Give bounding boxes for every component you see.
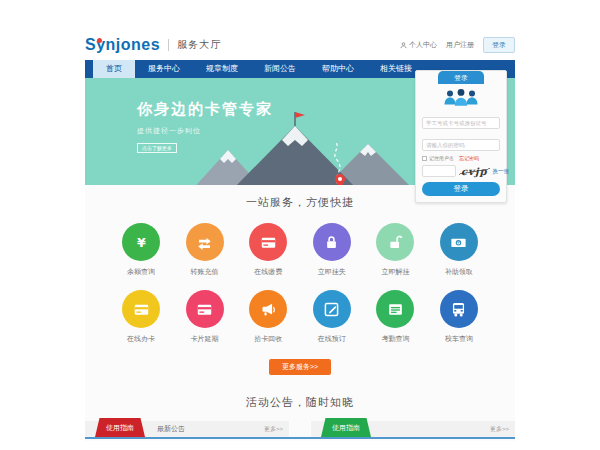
service-item-拾卡回收[interactable]: 拾卡回收 bbox=[242, 290, 294, 344]
service-label: 考勤查询 bbox=[381, 334, 409, 344]
login-submit-button[interactable]: 登录 bbox=[422, 182, 500, 196]
panel-tabbar: 使用指南更多>> bbox=[311, 421, 515, 437]
service-label: 立即挂失 bbox=[318, 267, 346, 277]
header-divider bbox=[168, 39, 169, 51]
hero-title: 你身边的卡管专家 bbox=[137, 100, 273, 119]
nav-item-帮助中心[interactable]: 帮助中心 bbox=[309, 60, 367, 78]
services-section: 一站服务，方便快捷 ¥余额查询转账充值在线缴费立即挂失立即解挂¥补助领取 在线办… bbox=[85, 185, 515, 441]
service-label: 在线缴费 bbox=[254, 267, 282, 277]
captcha-image: cvjp bbox=[459, 166, 490, 177]
services-row-2: 在线办卡卡片延期拾卡回收在线预订考勤查询校车查询 bbox=[85, 290, 515, 344]
panel-tab[interactable]: 使用指南 bbox=[95, 418, 145, 437]
list-icon bbox=[376, 290, 414, 328]
panel-tabbar: 使用指南最新公告更多>> bbox=[85, 421, 289, 437]
panel-more-link[interactable]: 更多>> bbox=[264, 421, 289, 437]
service-item-余额查询[interactable]: ¥余额查询 bbox=[115, 223, 167, 277]
personal-center-link[interactable]: 个人中心 bbox=[400, 40, 437, 50]
panel-more-link[interactable]: 更多>> bbox=[490, 421, 515, 437]
nav-item-首页[interactable]: 首页 bbox=[93, 60, 135, 78]
service-item-在线办卡[interactable]: 在线办卡 bbox=[115, 290, 167, 344]
banknote-icon: ¥ bbox=[440, 223, 478, 261]
unlock-icon bbox=[376, 223, 414, 261]
service-item-考勤查询[interactable]: 考勤查询 bbox=[369, 290, 421, 344]
service-item-卡片延期[interactable]: 卡片延期 bbox=[179, 290, 231, 344]
card-icon bbox=[186, 290, 224, 328]
service-label: 在线办卡 bbox=[127, 334, 155, 344]
svg-text:¥: ¥ bbox=[458, 240, 461, 245]
remember-label: 记住用户名 bbox=[429, 155, 454, 161]
hero-cta-button[interactable]: 点击了解更多 bbox=[137, 143, 177, 153]
users-icon bbox=[441, 87, 481, 108]
personal-center-label: 个人中心 bbox=[409, 40, 437, 50]
header-login-button[interactable]: 登录 bbox=[483, 37, 515, 53]
nav-item-新闻公告[interactable]: 新闻公告 bbox=[251, 60, 309, 78]
service-label: 转账充值 bbox=[191, 267, 219, 277]
service-item-在线预订[interactable]: 在线预订 bbox=[306, 290, 358, 344]
service-item-补助领取[interactable]: ¥补助领取 bbox=[433, 223, 485, 277]
person-icon bbox=[400, 42, 407, 49]
bottom-divider bbox=[85, 437, 515, 439]
login-panel: 登录 记住用户名 忘记密码 cvjp 换一张 登录 bbox=[415, 70, 507, 203]
panel-secondary-tab[interactable]: 最新公告 bbox=[157, 421, 185, 437]
header: Synjones 服务大厅 个人中心 用户注册 登录 bbox=[85, 30, 515, 60]
hero-banner: 你身边的卡管专家 提供捷径一步到位 点击了解更多 登录 记住用户名 忘记密码 bbox=[85, 78, 515, 185]
services-row-1: ¥余额查询转账充值在线缴费立即挂失立即解挂¥补助领取 bbox=[85, 223, 515, 277]
service-item-立即挂失[interactable]: 立即挂失 bbox=[306, 223, 358, 277]
svg-text:¥: ¥ bbox=[137, 234, 146, 249]
captcha-input[interactable] bbox=[422, 165, 456, 177]
announcement-panels: 使用指南最新公告更多>>使用指南更多>> bbox=[85, 421, 515, 437]
password-input[interactable] bbox=[422, 139, 500, 151]
logo[interactable]: Synjones bbox=[85, 36, 160, 54]
service-item-在线缴费[interactable]: 在线缴费 bbox=[242, 223, 294, 277]
announcement-panel-2: 使用指南更多>> bbox=[311, 421, 515, 437]
service-item-立即解挂[interactable]: 立即解挂 bbox=[369, 223, 421, 277]
megaphone-icon bbox=[249, 290, 287, 328]
login-tab[interactable]: 登录 bbox=[438, 71, 484, 84]
transfer-icon bbox=[186, 223, 224, 261]
nav-item-服务中心[interactable]: 服务中心 bbox=[135, 60, 193, 78]
service-item-校车查询[interactable]: 校车查询 bbox=[433, 290, 485, 344]
edit-icon bbox=[313, 290, 351, 328]
captcha-refresh-link[interactable]: 换一张 bbox=[493, 168, 510, 175]
service-label: 立即解挂 bbox=[381, 267, 409, 277]
service-label: 校车查询 bbox=[445, 334, 473, 344]
service-label: 卡片延期 bbox=[191, 334, 219, 344]
announcement-panel-1: 使用指南最新公告更多>> bbox=[85, 421, 289, 437]
card-icon bbox=[249, 223, 287, 261]
panel-tab[interactable]: 使用指南 bbox=[321, 418, 371, 437]
site-name: 服务大厅 bbox=[177, 38, 221, 52]
lock-icon bbox=[313, 223, 351, 261]
service-label: 在线预订 bbox=[318, 334, 346, 344]
card-icon bbox=[122, 290, 160, 328]
forgot-password-link[interactable]: 忘记密码 bbox=[459, 155, 479, 161]
service-label: 补助领取 bbox=[445, 267, 473, 277]
announcements-title: 活动公告，随时知晓 bbox=[85, 395, 515, 410]
yen-icon: ¥ bbox=[122, 223, 160, 261]
bus-icon bbox=[440, 290, 478, 328]
hero-subtitle: 提供捷径一步到位 bbox=[137, 126, 273, 136]
service-item-转账充值[interactable]: 转账充值 bbox=[179, 223, 231, 277]
nav-item-规章制度[interactable]: 规章制度 bbox=[193, 60, 251, 78]
user-register-label: 用户注册 bbox=[446, 40, 474, 50]
username-input[interactable] bbox=[422, 117, 500, 129]
service-label: 余额查询 bbox=[127, 267, 155, 277]
more-services-button[interactable]: 更多服务>> bbox=[269, 359, 331, 375]
service-label: 拾卡回收 bbox=[254, 334, 282, 344]
remember-checkbox[interactable] bbox=[422, 156, 427, 161]
user-register-link[interactable]: 用户注册 bbox=[446, 40, 474, 50]
page: Synjones 服务大厅 个人中心 用户注册 登录 首页服务中心规章制度新闻公… bbox=[85, 30, 515, 441]
